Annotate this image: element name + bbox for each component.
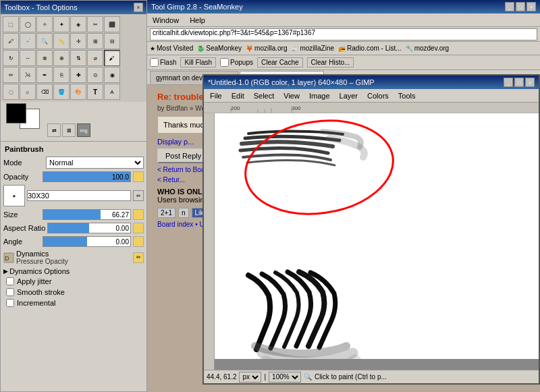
opacity-slider[interactable]: 100.0 bbox=[43, 171, 131, 182]
brush-name-input[interactable]: 30X30 bbox=[27, 190, 131, 201]
angle-label: Angle bbox=[3, 237, 40, 246]
tool-scissors[interactable]: ✂ bbox=[87, 16, 103, 32]
bookmark-seamonkey[interactable]: 🐉 SeaMonkey bbox=[197, 45, 242, 52]
bookmark-most-visited[interactable]: ★ Most Visited bbox=[150, 45, 193, 52]
gimp-close-button[interactable]: × bbox=[525, 78, 535, 87]
gimp-menu-file[interactable]: File bbox=[207, 91, 225, 101]
dynamics-options-expander[interactable]: ▶ Dynamics Options bbox=[1, 267, 146, 276]
bookmark-mozilla[interactable]: 🦊 mozilla.org bbox=[246, 45, 287, 52]
tool-free-select[interactable]: ✧ bbox=[36, 16, 53, 32]
gimp-canvas[interactable] bbox=[215, 113, 539, 359]
tool-flip[interactable]: ⇅ bbox=[70, 50, 86, 66]
mozilla-icon: 🦊 bbox=[246, 45, 253, 52]
tool-bucket-fill[interactable]: 🪣 bbox=[53, 84, 70, 100]
size-slider[interactable]: 66.27 bbox=[43, 209, 131, 220]
tool-fuzzy-select[interactable]: ✦ bbox=[53, 16, 70, 32]
gimp-menu-select[interactable]: Select bbox=[250, 91, 278, 101]
smooth-stroke-checkbox[interactable] bbox=[6, 288, 14, 296]
tool-crop[interactable]: ⊟ bbox=[104, 33, 120, 49]
foreground-color-swatch[interactable] bbox=[6, 103, 26, 123]
tool-dodge[interactable]: ☼ bbox=[20, 84, 36, 100]
smooth-stroke-label: Smooth stroke bbox=[17, 288, 65, 296]
aspect-reset-button[interactable] bbox=[133, 223, 144, 233]
tool-foreground-select[interactable]: ⬛ bbox=[104, 16, 120, 32]
tool-pencil[interactable]: ✏ bbox=[3, 67, 19, 83]
clear-cache-button[interactable]: Clear Cache bbox=[257, 57, 303, 67]
tool-rect-select[interactable]: ⬚ bbox=[3, 16, 19, 32]
gimp-zoom-select[interactable]: 100% 50% 200% bbox=[269, 372, 301, 383]
board-index-link[interactable]: Board index bbox=[157, 221, 193, 228]
gimp-menu-layer[interactable]: Layer bbox=[336, 91, 362, 101]
brush-preview[interactable]: ● bbox=[3, 185, 25, 206]
tool-blend[interactable]: 🎨 bbox=[70, 84, 86, 100]
active-image-icon[interactable]: img bbox=[77, 123, 90, 137]
default-colors-icon[interactable]: ⊠ bbox=[62, 123, 76, 137]
gimp-menu-edit[interactable]: Edit bbox=[228, 91, 248, 101]
swap-colors-icon[interactable]: ⇄ bbox=[47, 123, 61, 137]
tool-clone[interactable]: ⎘ bbox=[53, 67, 70, 83]
tool-color-picker[interactable]: 💉 bbox=[20, 33, 36, 49]
tool-move[interactable]: ✛ bbox=[70, 33, 86, 49]
tool-perspective[interactable]: ⊕ bbox=[53, 50, 70, 66]
bookmark-radio[interactable]: 📻 Radio.com - List... bbox=[338, 45, 402, 52]
mode-select[interactable]: Normal Multiply Screen bbox=[46, 157, 144, 169]
tool-color-tools[interactable]: A bbox=[104, 84, 120, 100]
gimp-maximize-button[interactable]: □ bbox=[514, 78, 524, 87]
angle-slider[interactable]: 0.00 bbox=[43, 236, 131, 247]
dynamics-row: D Dynamics Pressure Opacity ✏ bbox=[1, 248, 146, 267]
kill-flash-button[interactable]: Kill Flash bbox=[180, 57, 216, 67]
google-plus-btn[interactable]: 2+1 bbox=[157, 208, 176, 218]
aspect-slider[interactable]: 0.00 bbox=[47, 223, 131, 233]
radio-icon: 📻 bbox=[338, 45, 346, 52]
apply-jitter-checkbox[interactable] bbox=[6, 277, 14, 285]
tool-measure[interactable]: 📏 bbox=[53, 33, 70, 49]
incremental-checkbox[interactable] bbox=[6, 299, 14, 307]
popups-checkbox[interactable] bbox=[220, 58, 229, 67]
tool-perspective-clone[interactable]: ⊙ bbox=[87, 67, 103, 83]
dynamics-edit-button[interactable]: ✏ bbox=[133, 252, 144, 263]
bookmark-mozdev-label: mozdev.org bbox=[414, 45, 450, 52]
tool-rotate[interactable]: ↻ bbox=[3, 50, 19, 66]
tool-blur[interactable]: ◉ bbox=[104, 67, 120, 83]
browser-menubar: Window Help bbox=[147, 13, 540, 27]
tool-shear[interactable]: ⊗ bbox=[36, 50, 53, 66]
tool-text[interactable]: T bbox=[87, 84, 103, 100]
minimize-button[interactable]: _ bbox=[505, 2, 514, 11]
share-btn[interactable]: n bbox=[178, 208, 189, 218]
tool-paintbrush[interactable]: 🖌 bbox=[104, 50, 120, 66]
gimp-menu-tools[interactable]: Tools bbox=[395, 91, 419, 101]
bookmark-mozdev[interactable]: 🔧 mozdev.org bbox=[406, 45, 450, 52]
tool-scale[interactable]: ↔ bbox=[20, 50, 36, 66]
tool-airbrush[interactable]: 🌬 bbox=[20, 67, 36, 83]
tool-zoom[interactable]: 🔍 bbox=[36, 33, 53, 49]
maximize-button[interactable]: □ bbox=[516, 2, 525, 11]
tool-smudge[interactable]: ◌ bbox=[3, 84, 19, 100]
tool-align[interactable]: ⊞ bbox=[87, 33, 103, 49]
menu-window[interactable]: Window bbox=[150, 16, 182, 25]
address-bar[interactable]: criticalhit.dk/viewtopic.php?f=3&t=545&p… bbox=[150, 28, 537, 40]
menu-help[interactable]: Help bbox=[187, 16, 208, 25]
clear-history-button[interactable]: Clear Histo... bbox=[307, 57, 354, 67]
apply-jitter-label: Apply jitter bbox=[17, 277, 51, 285]
gimp-menu-colors[interactable]: Colors bbox=[364, 91, 392, 101]
gimp-minimize-button[interactable]: _ bbox=[504, 78, 513, 87]
angle-reset-button[interactable] bbox=[133, 236, 144, 247]
tool-by-color-select[interactable]: ◈ bbox=[70, 16, 86, 32]
toolbox-close-button[interactable]: × bbox=[134, 3, 143, 12]
flash-checkbox[interactable] bbox=[150, 58, 159, 67]
gimp-menu-view[interactable]: View bbox=[280, 91, 303, 101]
close-button[interactable]: × bbox=[526, 2, 536, 11]
tool-ink[interactable]: ✒ bbox=[36, 67, 53, 83]
post-reply-button[interactable]: Post Reply bbox=[157, 148, 209, 163]
opacity-reset-button[interactable] bbox=[133, 171, 144, 182]
bookmark-mozillazine[interactable]: 📰 mozillaZine bbox=[291, 45, 334, 52]
tool-ellipse-select[interactable]: ◯ bbox=[20, 16, 36, 32]
gimp-menu-image[interactable]: Image bbox=[306, 91, 333, 101]
tool-cage-transform[interactable]: ⌀ bbox=[87, 50, 103, 66]
tool-heal[interactable]: ✚ bbox=[70, 67, 86, 83]
gimp-unit-select[interactable]: px % bbox=[239, 372, 261, 383]
size-reset-button[interactable] bbox=[133, 209, 144, 220]
tool-paths[interactable]: 🖊 bbox=[3, 33, 19, 49]
brush-edit-button[interactable]: ✏ bbox=[133, 190, 144, 201]
tool-eraser[interactable]: ⌫ bbox=[36, 84, 53, 100]
